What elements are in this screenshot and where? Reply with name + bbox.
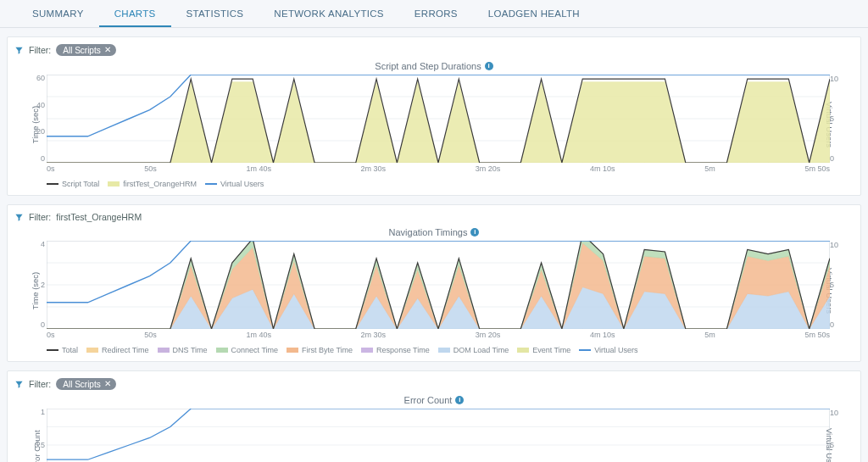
legend-item[interactable]: Virtual Users bbox=[579, 346, 637, 354]
legend-item[interactable]: DNS Time bbox=[158, 346, 208, 354]
chart-error-count[interactable]: Error Count Virtual Users 10.50 1050 0s5… bbox=[14, 409, 854, 462]
chart-title: Navigation Timings bbox=[389, 227, 468, 237]
chart-title: Error Count bbox=[404, 395, 453, 405]
y-ticks: 6040200 bbox=[31, 75, 45, 163]
legend-item[interactable]: Virtual Users bbox=[205, 180, 264, 188]
filter-icon[interactable] bbox=[14, 46, 24, 55]
legend-item[interactable]: Script Total bbox=[47, 180, 99, 188]
filter-chip-label: All Scripts bbox=[63, 46, 100, 55]
filter-label: Filter: bbox=[29, 212, 51, 222]
chart-title: Script and Step Durations bbox=[375, 61, 481, 71]
legend-item[interactable]: Event Time bbox=[517, 346, 570, 354]
info-icon[interactable]: i bbox=[470, 228, 479, 237]
close-icon[interactable]: ✕ bbox=[104, 46, 111, 54]
legend-item[interactable]: Total bbox=[47, 346, 78, 354]
y2-ticks: 1050 bbox=[830, 409, 842, 462]
plot-area bbox=[47, 75, 830, 163]
legend-item[interactable]: DOM Load Time bbox=[438, 346, 509, 354]
info-icon[interactable]: i bbox=[455, 396, 464, 404]
filter-chip-all-scripts[interactable]: All Scripts ✕ bbox=[56, 44, 115, 56]
legend-item[interactable]: Response Time bbox=[361, 346, 430, 354]
svg-marker-4 bbox=[47, 82, 830, 163]
close-icon[interactable]: ✕ bbox=[104, 380, 111, 388]
x-axis: 0s50s1m 40s2m 30s3m 20s4m 10s5m5m 50s bbox=[47, 331, 830, 341]
plot-area bbox=[47, 409, 830, 462]
filter-chip-all-scripts[interactable]: All Scripts ✕ bbox=[56, 378, 115, 390]
chart-durations[interactable]: Time (sec) Virtual Users 6040200 1050 0s… bbox=[14, 75, 854, 175]
y-ticks: 420 bbox=[31, 241, 45, 329]
filter-label: Filter: bbox=[29, 45, 51, 55]
legend-durations: Script TotalfirstTest_OrangeHRMVirtual U… bbox=[14, 175, 854, 188]
legend-nav-timings: TotalRedirect TimeDNS TimeConnect TimeFi… bbox=[14, 341, 854, 354]
legend-item[interactable]: Redirect Time bbox=[86, 346, 149, 354]
svg-rect-15 bbox=[47, 409, 830, 462]
filter-script-name: firstTest_OrangeHRM bbox=[56, 212, 142, 222]
panel-nav-timings: Filter: firstTest_OrangeHRM Navigation T… bbox=[7, 204, 861, 362]
info-icon[interactable]: i bbox=[485, 62, 493, 70]
legend-item[interactable]: Connect Time bbox=[216, 346, 279, 354]
panel-error-count: Filter: All Scripts ✕ Error Count i Erro… bbox=[7, 370, 861, 462]
filter-label: Filter: bbox=[29, 379, 51, 389]
filter-icon[interactable] bbox=[14, 213, 24, 222]
filter-icon[interactable] bbox=[14, 380, 24, 389]
y-ticks: 10.50 bbox=[31, 409, 45, 462]
tab-charts[interactable]: CHARTS bbox=[99, 0, 171, 27]
tab-loadgen-health[interactable]: LOADGEN HEALTH bbox=[473, 0, 595, 27]
legend-item[interactable]: First Byte Time bbox=[287, 346, 353, 354]
plot-area bbox=[47, 241, 830, 329]
filter-chip-label: All Scripts bbox=[63, 380, 100, 389]
legend-item[interactable]: firstTest_OrangeHRM bbox=[108, 180, 197, 188]
tabs: SUMMARY CHARTS STATISTICS NETWORK ANALYT… bbox=[0, 0, 868, 28]
y2-ticks: 1050 bbox=[830, 241, 842, 329]
tab-statistics[interactable]: STATISTICS bbox=[171, 0, 259, 27]
x-axis: 0s50s1m 40s2m 30s3m 20s4m 10s5m5m 50s bbox=[47, 164, 830, 175]
chart-nav-timings[interactable]: Time (sec) Virtual Users 420 1050 0s50s1… bbox=[14, 241, 854, 341]
tab-summary[interactable]: SUMMARY bbox=[17, 0, 99, 27]
svg-marker-10 bbox=[47, 243, 830, 329]
tab-network-analytics[interactable]: NETWORK ANALYTICS bbox=[259, 0, 399, 27]
svg-marker-9 bbox=[47, 287, 830, 329]
y2-ticks: 1050 bbox=[830, 75, 842, 163]
tab-errors[interactable]: ERRORS bbox=[399, 0, 473, 27]
panel-durations: Filter: All Scripts ✕ Script and Step Du… bbox=[7, 36, 861, 196]
